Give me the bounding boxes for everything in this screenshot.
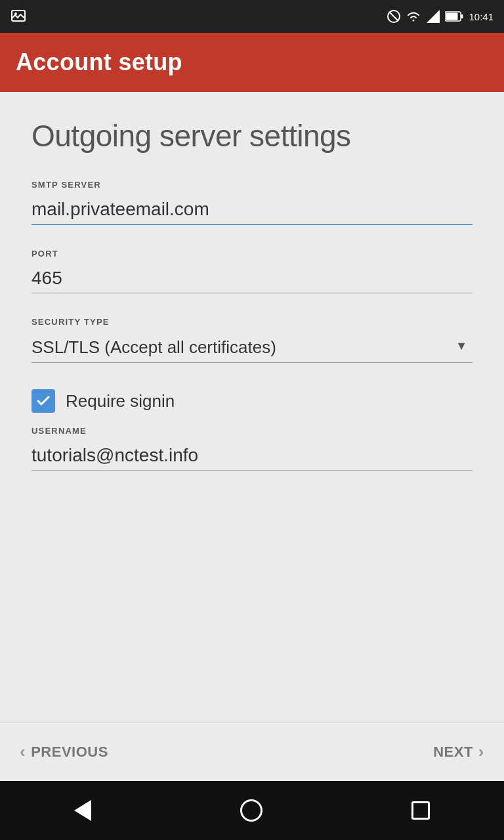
port-label: PORT <box>32 249 472 259</box>
next-chevron-icon: › <box>478 742 484 762</box>
svg-rect-6 <box>461 14 463 18</box>
svg-line-3 <box>389 12 398 21</box>
security-type-field: SECURITY TYPE None SSL/TLS SSL/TLS (Acce… <box>32 317 472 363</box>
status-bar-right: 10:41 <box>387 10 494 23</box>
section-title: Outgoing server settings <box>32 118 472 154</box>
battery-icon <box>445 11 463 22</box>
smtp-server-input[interactable] <box>32 195 472 225</box>
back-button[interactable] <box>74 800 91 821</box>
smtp-server-label: SMTP SERVER <box>32 180 472 190</box>
username-field: USERNAME <box>32 426 472 471</box>
smtp-server-field: SMTP SERVER <box>32 180 472 225</box>
status-bar: 10:41 <box>0 0 504 33</box>
navigation-footer: ‹ PREVIOUS NEXT › <box>0 722 504 781</box>
svg-point-1 <box>14 12 17 15</box>
username-label: USERNAME <box>32 426 472 436</box>
security-type-select[interactable]: None SSL/TLS SSL/TLS (Accept all certifi… <box>32 332 472 363</box>
previous-button[interactable]: ‹ PREVIOUS <box>20 736 108 767</box>
require-signin-row: Require signin <box>32 389 472 413</box>
app-bar: Account setup <box>0 33 504 92</box>
require-signin-label: Require signin <box>66 391 175 411</box>
svg-marker-4 <box>427 10 440 23</box>
previous-label: PREVIOUS <box>31 744 108 761</box>
time-display: 10:41 <box>469 11 494 22</box>
app-bar-title: Account setup <box>16 49 182 76</box>
main-content: Outgoing server settings SMTP SERVER POR… <box>0 92 504 722</box>
back-triangle-icon <box>74 800 91 821</box>
recents-button[interactable] <box>411 801 430 820</box>
recents-square-icon <box>411 801 430 820</box>
home-circle-icon <box>240 799 262 822</box>
require-signin-checkbox[interactable] <box>32 389 55 413</box>
previous-chevron-icon: ‹ <box>20 742 26 762</box>
check-icon <box>35 393 51 409</box>
gallery-icon <box>10 9 26 24</box>
security-type-label: SECURITY TYPE <box>32 317 472 327</box>
next-label: NEXT <box>433 744 473 761</box>
no-sim-icon <box>387 10 400 23</box>
signal-icon <box>427 10 440 23</box>
android-nav-bar <box>0 781 504 840</box>
home-button[interactable] <box>240 799 262 822</box>
wifi-icon <box>406 10 421 23</box>
username-input[interactable] <box>32 441 472 471</box>
next-button[interactable]: NEXT › <box>433 736 484 767</box>
svg-rect-7 <box>446 13 458 20</box>
port-input[interactable] <box>32 264 472 293</box>
port-field: PORT <box>32 249 472 293</box>
security-type-dropdown-wrapper: None SSL/TLS SSL/TLS (Accept all certifi… <box>32 332 472 363</box>
status-bar-left <box>10 9 26 24</box>
